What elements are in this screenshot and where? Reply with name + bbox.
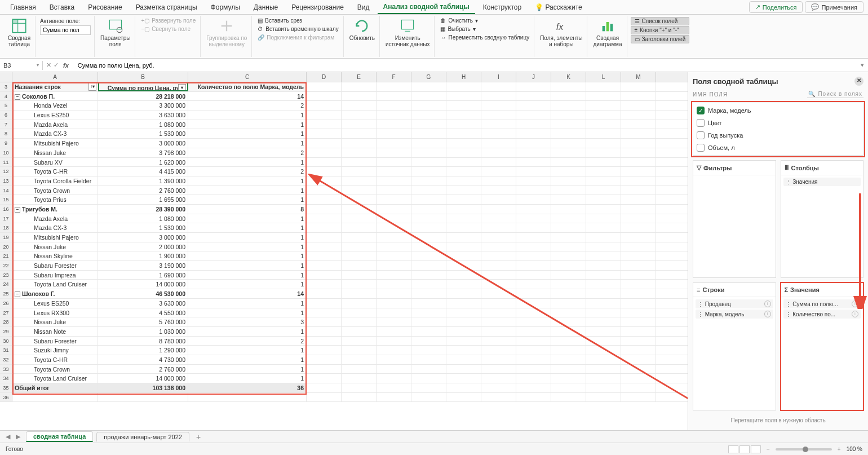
cell[interactable] bbox=[481, 92, 516, 101]
cell[interactable] bbox=[621, 176, 656, 185]
cell[interactable] bbox=[516, 289, 551, 298]
cell[interactable] bbox=[411, 223, 446, 232]
cell[interactable] bbox=[516, 393, 551, 402]
cell[interactable]: 3 630 000 bbox=[98, 299, 188, 308]
row-header[interactable]: 35 bbox=[0, 383, 12, 392]
cell[interactable] bbox=[586, 167, 621, 176]
cell[interactable] bbox=[446, 92, 481, 101]
cell[interactable] bbox=[586, 101, 621, 110]
cell[interactable] bbox=[481, 111, 516, 120]
filters-area[interactable]: ▽Фильтры bbox=[693, 160, 776, 278]
cell[interactable] bbox=[307, 337, 342, 346]
cell[interactable] bbox=[481, 158, 516, 167]
cell[interactable] bbox=[411, 111, 446, 120]
view-page-layout-button[interactable] bbox=[739, 445, 750, 453]
collapse-icon[interactable]: − bbox=[15, 291, 20, 297]
cell[interactable] bbox=[446, 176, 481, 185]
cell[interactable] bbox=[551, 327, 586, 336]
cell[interactable]: Nissan Skyline bbox=[12, 251, 98, 260]
cell[interactable] bbox=[516, 148, 551, 157]
cell[interactable] bbox=[621, 139, 656, 148]
cell[interactable] bbox=[307, 158, 342, 167]
sheet-tab-active[interactable]: сводная таблица bbox=[26, 431, 93, 442]
cell[interactable] bbox=[377, 383, 411, 392]
row-header[interactable]: 20 bbox=[0, 242, 12, 251]
area-item[interactable]: ⋮ Марка, модельi bbox=[696, 310, 773, 319]
field-headers-toggle[interactable]: ▭ Заголовки полей bbox=[631, 35, 690, 43]
pivot-table-button[interactable]: Сводная таблица bbox=[6, 17, 33, 48]
cell[interactable] bbox=[446, 205, 481, 214]
cell[interactable] bbox=[446, 393, 481, 402]
cell[interactable] bbox=[621, 299, 656, 308]
cell[interactable]: 1 080 000 bbox=[98, 120, 188, 129]
cell[interactable] bbox=[342, 317, 377, 326]
cell[interactable] bbox=[307, 355, 342, 364]
cell[interactable] bbox=[551, 251, 586, 260]
cell[interactable] bbox=[307, 242, 342, 251]
cell[interactable] bbox=[551, 289, 586, 298]
cell[interactable] bbox=[586, 129, 621, 138]
info-icon[interactable]: i bbox=[764, 301, 771, 307]
cell[interactable] bbox=[481, 355, 516, 364]
cell[interactable]: 1 695 000 bbox=[98, 195, 188, 204]
cell[interactable] bbox=[551, 355, 586, 364]
cell[interactable] bbox=[446, 158, 481, 167]
col-header-b[interactable]: B bbox=[98, 72, 188, 82]
cell[interactable] bbox=[307, 82, 342, 91]
cell[interactable] bbox=[411, 242, 446, 251]
cell[interactable] bbox=[516, 374, 551, 383]
row-header[interactable]: 36 bbox=[0, 393, 12, 402]
rows-area[interactable]: ≡Строки ⋮ Продавецi ⋮ Марка, модельi bbox=[693, 282, 776, 410]
cell[interactable]: Honda Vezel bbox=[12, 101, 98, 110]
field-checkbox[interactable]: Год выпуска bbox=[697, 131, 860, 139]
cell[interactable] bbox=[307, 383, 342, 392]
cell[interactable] bbox=[446, 251, 481, 260]
cell[interactable]: 1 690 000 bbox=[98, 271, 188, 280]
cell[interactable]: Subaru Forester bbox=[12, 337, 98, 346]
cell[interactable] bbox=[586, 176, 621, 185]
view-page-break-button[interactable] bbox=[751, 445, 761, 453]
cell[interactable] bbox=[446, 365, 481, 374]
cell[interactable] bbox=[342, 327, 377, 336]
area-item[interactable]: ⋮ Продавецi bbox=[696, 299, 773, 308]
cell[interactable]: 1 530 000 bbox=[98, 223, 188, 232]
cell[interactable] bbox=[377, 167, 411, 176]
cell[interactable]: 5 760 000 bbox=[98, 317, 188, 326]
cell[interactable] bbox=[551, 158, 586, 167]
cell[interactable] bbox=[377, 289, 411, 298]
cell[interactable] bbox=[307, 261, 342, 270]
cell[interactable] bbox=[411, 101, 446, 110]
area-item[interactable]: ⋮ Значения bbox=[783, 178, 861, 186]
cell[interactable] bbox=[586, 383, 621, 392]
cell[interactable] bbox=[411, 176, 446, 185]
cell[interactable] bbox=[342, 383, 377, 392]
cell[interactable] bbox=[342, 148, 377, 157]
cell[interactable]: 4 730 000 bbox=[98, 355, 188, 364]
cell[interactable] bbox=[516, 92, 551, 101]
insert-timeline-button[interactable]: ⏱ Вставить временную шкалу bbox=[255, 25, 340, 33]
sheet-tab[interactable]: продажи январь-март 2022 bbox=[96, 432, 189, 441]
cell[interactable] bbox=[551, 280, 586, 289]
cell[interactable] bbox=[342, 308, 377, 317]
cell[interactable] bbox=[481, 176, 516, 185]
cell[interactable] bbox=[411, 82, 446, 91]
cell[interactable] bbox=[551, 214, 586, 223]
cell[interactable] bbox=[621, 223, 656, 232]
panel-close-button[interactable]: ✕ bbox=[854, 77, 863, 86]
cell[interactable]: Nissan Juke bbox=[12, 317, 98, 326]
cell[interactable] bbox=[551, 365, 586, 374]
cell[interactable]: 28 390 000 bbox=[98, 205, 188, 214]
cell[interactable] bbox=[377, 82, 411, 91]
col-header-a[interactable]: A bbox=[12, 72, 98, 82]
tab-view[interactable]: Вид bbox=[352, 1, 375, 14]
cell[interactable] bbox=[621, 317, 656, 326]
cell[interactable] bbox=[551, 383, 586, 392]
filter-connections-button[interactable]: 🔗 Подключения к фильтрам bbox=[255, 34, 336, 41]
cell[interactable] bbox=[621, 271, 656, 280]
cell[interactable] bbox=[551, 337, 586, 346]
cell[interactable] bbox=[342, 289, 377, 298]
cell[interactable] bbox=[481, 383, 516, 392]
zoom-in-button[interactable]: + bbox=[838, 446, 841, 452]
cell[interactable]: Lexus RX300 bbox=[12, 308, 98, 317]
cell[interactable] bbox=[307, 195, 342, 204]
